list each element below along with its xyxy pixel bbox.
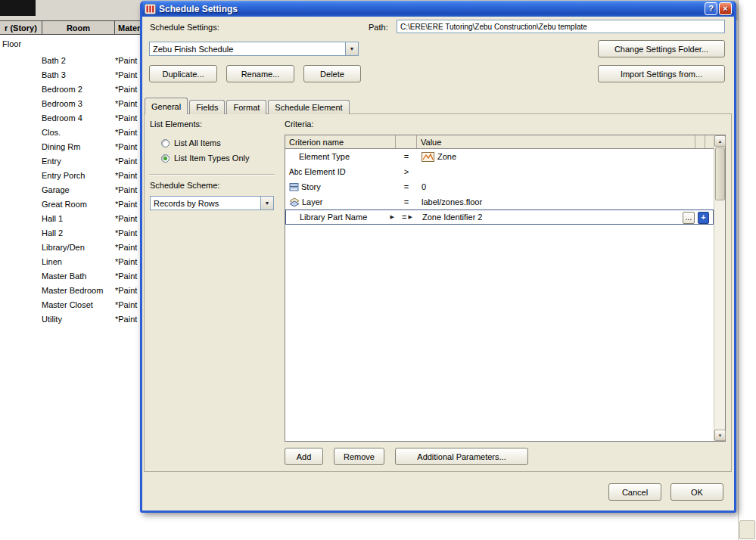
criterion-name-cell: AbcElement ID: [285, 167, 396, 176]
table-row[interactable]: Bedroom 2*Paint: [0, 82, 142, 96]
scroll-up-icon[interactable]: ▲: [714, 135, 726, 147]
table-row[interactable]: Bedroom 3*Paint: [0, 96, 142, 110]
schedule-scheme-value: Records by Rows: [151, 197, 260, 209]
scroll-down-icon[interactable]: ▼: [714, 430, 726, 441]
table-row[interactable]: Linen*Paint: [0, 254, 142, 268]
material-cell: *Paint: [115, 200, 142, 209]
rename-button[interactable]: Rename...: [226, 65, 294, 82]
right-panel-strip: [738, 0, 756, 540]
import-settings-button[interactable]: Import Settings from...: [598, 65, 725, 82]
criterion-value[interactable]: Zone Identifier 2: [418, 213, 713, 222]
chevron-down-icon[interactable]: ▼: [345, 42, 358, 55]
zone-icon: [422, 152, 434, 162]
criterion-value[interactable]: Zone: [417, 152, 714, 162]
room-name-cell: Bedroom 2: [42, 85, 115, 94]
table-row[interactable]: Utility*Paint: [0, 312, 142, 326]
criterion-name-cell: Library Part Name▶: [286, 213, 397, 222]
room-name-cell: Linen: [42, 257, 115, 266]
criterion-value[interactable]: 0: [417, 182, 714, 191]
remove-button[interactable]: Remove: [334, 448, 384, 465]
room-name-cell: Bedroom 3: [42, 99, 115, 108]
criteria-scrollbar[interactable]: ▲ ▼: [714, 135, 725, 441]
radio-list-all-items[interactable]: List All Items: [161, 138, 221, 147]
criterion-name: Element ID: [304, 167, 345, 176]
table-row[interactable]: Entry Porch*Paint: [0, 168, 142, 182]
tab-strip: General Fields Format Schedule Element: [145, 98, 351, 114]
table-row[interactable]: Master Bedroom*Paint: [0, 283, 142, 297]
app-icon: [145, 4, 156, 14]
table-row[interactable]: Hall 2*Paint: [0, 225, 142, 240]
delete-button[interactable]: Delete: [303, 65, 361, 82]
column-header-room[interactable]: Room: [42, 21, 115, 34]
close-button[interactable]: ×: [719, 2, 732, 15]
schedule-scheme-label: Schedule Scheme:: [150, 181, 219, 190]
duplicate-button[interactable]: Duplicate...: [149, 65, 217, 82]
column-header-story[interactable]: r (Story): [0, 21, 42, 34]
tab-general[interactable]: General: [145, 98, 188, 114]
tab-format[interactable]: Format: [226, 100, 266, 114]
criterion-operator[interactable]: =: [396, 197, 417, 206]
material-cell: *Paint: [115, 99, 142, 108]
add-button[interactable]: Add: [285, 448, 323, 465]
criteria-row[interactable]: Element Type=Zone: [285, 149, 714, 164]
criteria-row[interactable]: Story=0: [285, 179, 714, 194]
criterion-name-header[interactable]: Criterion name: [285, 135, 396, 148]
criterion-operator[interactable]: =: [396, 152, 417, 161]
scrollbar-thumb[interactable]: [715, 147, 725, 200]
table-row[interactable]: Bath 3*Paint: [0, 67, 142, 82]
criterion-value-header[interactable]: Value: [417, 135, 695, 148]
ok-button[interactable]: OK: [670, 483, 723, 501]
table-row[interactable]: Garage*Paint: [0, 182, 142, 197]
table-row[interactable]: Clos.*Paint: [0, 125, 142, 139]
room-name-cell: Master Bedroom: [42, 286, 115, 295]
radio-list-item-types-only[interactable]: List Item Types Only: [161, 154, 249, 163]
additional-parameters-button[interactable]: Additional Parameters...: [395, 448, 528, 465]
column-header-material[interactable]: Materi: [115, 21, 142, 34]
tab-fields[interactable]: Fields: [189, 100, 225, 114]
chevron-down-icon[interactable]: ▼: [260, 197, 273, 209]
cancel-button[interactable]: Cancel: [608, 483, 661, 501]
criteria-row[interactable]: Library Part Name▶=▶Zone Identifier 2...…: [285, 209, 714, 225]
schedule-scheme-dropdown[interactable]: Records by Rows ▼: [150, 196, 274, 210]
criterion-operator[interactable]: =▶: [397, 213, 418, 222]
radio-icon[interactable]: [161, 139, 170, 147]
table-row[interactable]: Master Closet*Paint: [0, 297, 142, 312]
table-row[interactable]: Great Room*Paint: [0, 197, 142, 211]
add-criterion-button[interactable]: +: [698, 212, 709, 224]
table-row[interactable]: Dining Rm*Paint: [0, 139, 142, 154]
help-button[interactable]: ?: [705, 2, 717, 15]
table-row[interactable]: Entry*Paint: [0, 154, 142, 168]
criterion-operator[interactable]: >: [396, 167, 417, 176]
table-row[interactable]: Library/Den*Paint: [0, 240, 142, 254]
table-row[interactable]: Hall 1*Paint: [0, 211, 142, 225]
schedule-settings-titlebar[interactable]: Schedule Settings ? ×: [142, 1, 734, 17]
criterion-value[interactable]: label/zones.floor: [417, 197, 714, 206]
more-options-button[interactable]: ...: [683, 212, 695, 224]
criteria-row[interactable]: Layer=label/zones.floor: [285, 194, 714, 209]
material-cell: *Paint: [115, 171, 142, 180]
room-name-cell: Clos.: [42, 128, 115, 137]
room-name-cell: Dining Rm: [42, 142, 115, 151]
separator: [149, 174, 275, 175]
criteria-row[interactable]: AbcElement ID>: [285, 164, 714, 179]
radio-checked-icon[interactable]: [161, 154, 170, 163]
criterion-name: Element Type: [299, 152, 350, 161]
criteria-label: Criteria:: [285, 119, 314, 129]
dropdown-arrow-icon[interactable]: ▶: [390, 214, 394, 220]
path-label: Path:: [369, 23, 388, 32]
table-row[interactable]: Bath 2*Paint: [0, 53, 142, 67]
criterion-operator-header[interactable]: [396, 135, 417, 148]
material-cell: *Paint: [115, 142, 142, 151]
table-row[interactable]: Bedroom 4*Paint: [0, 110, 142, 125]
criterion-operator[interactable]: =: [396, 182, 417, 191]
path-field[interactable]: C:\ERE\ERE Tutoring\Zebu Construction\Ze…: [397, 20, 725, 33]
table-row[interactable]: Master Bath*Paint: [0, 268, 142, 283]
change-settings-folder-button[interactable]: Change Settings Folder...: [598, 40, 725, 57]
room-name-cell: Bath 2: [42, 56, 115, 65]
material-cell: *Paint: [115, 85, 142, 94]
schedule-name-dropdown[interactable]: Zebu Finish Schedule ▼: [149, 42, 359, 56]
abc-icon: Abc: [289, 168, 302, 176]
criterion-name: Story: [301, 182, 321, 191]
tab-schedule-element[interactable]: Schedule Element: [268, 100, 349, 114]
dropdown-arrow-icon[interactable]: ▶: [409, 214, 412, 220]
